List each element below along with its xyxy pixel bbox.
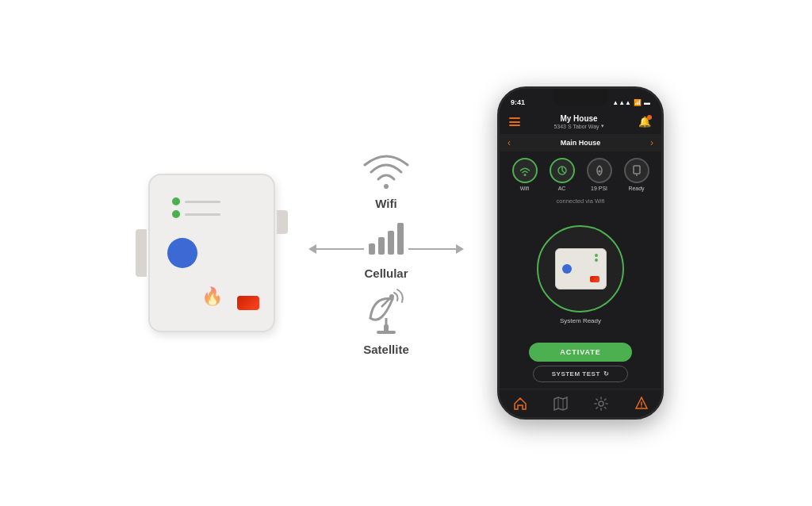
- led-dot-green-2: [172, 210, 180, 218]
- device-leds: [172, 197, 220, 218]
- svg-rect-13: [634, 166, 640, 174]
- notification-dot: [647, 115, 652, 120]
- satellite-icon: [362, 288, 410, 338]
- phone-led-dot-2: [595, 259, 598, 262]
- psi-status-label: 19 PSI: [591, 186, 607, 191]
- arrow-line-left: [316, 248, 364, 250]
- ac-status-label: AC: [558, 186, 566, 191]
- status-item-ac: AC: [550, 158, 575, 191]
- led-line-2: [185, 213, 220, 216]
- app-nav-row: ‹ Main House ›: [500, 134, 661, 151]
- connected-text: connected via Wifi: [500, 194, 661, 206]
- nav-title: Main House: [561, 139, 601, 147]
- status-time: 9:41: [511, 98, 525, 106]
- led-dot-green: [172, 197, 180, 205]
- main-scene: 🔥 Wifi: [0, 0, 812, 506]
- system-ready-text: System Ready: [560, 317, 601, 324]
- status-item-wifi: Wifi: [512, 158, 538, 191]
- phone-screen: 9:41 ▲▲▲ 📶 ▬ My House: [500, 89, 661, 417]
- wifi-label: Wifi: [375, 197, 396, 210]
- ham-line-1: [509, 117, 520, 119]
- svg-rect-2: [378, 237, 385, 255]
- hardware-device: 🔥: [148, 174, 275, 332]
- wifi-icon: [361, 151, 412, 192]
- led-1: [172, 197, 220, 205]
- flame-icon: 🔥: [201, 286, 223, 307]
- svg-rect-6: [377, 331, 396, 334]
- header-title: My House: [553, 114, 603, 123]
- header-address: 5343 S Tabor Way: [553, 124, 599, 129]
- refresh-icon: ↻: [603, 370, 610, 378]
- phone-device-btn: [562, 264, 572, 274]
- chevron-down-icon: ▾: [601, 123, 604, 129]
- satellite-label: Satellite: [363, 343, 409, 356]
- header-center: My House 5343 S Tabor Way ▾: [553, 114, 603, 129]
- hamburger-icon[interactable]: [509, 117, 520, 126]
- bottom-nav: [500, 389, 661, 417]
- svg-rect-4: [397, 223, 404, 255]
- arrow-left: [308, 244, 364, 254]
- wifi-status-circle: [512, 158, 538, 183]
- status-item-psi: 19 PSI: [587, 158, 612, 191]
- phone-device-leds: [595, 254, 598, 262]
- wifi-item: Wifi: [361, 151, 412, 210]
- svg-point-9: [389, 294, 394, 299]
- cellular-icon: [366, 218, 407, 262]
- back-chevron-icon[interactable]: ‹: [508, 137, 511, 148]
- led-2: [172, 210, 220, 218]
- nav-map[interactable]: [553, 397, 568, 411]
- svg-point-10: [523, 174, 526, 176]
- cellular-item: Cellular: [364, 218, 408, 280]
- system-test-button[interactable]: SYSTEM TEST ↻: [533, 366, 628, 382]
- led-line-1: [185, 201, 220, 203]
- ready-status-circle: [624, 158, 649, 183]
- phone-container: 9:41 ▲▲▲ 📶 ▬ My House: [497, 86, 664, 420]
- svg-point-12: [598, 171, 600, 173]
- arrow-right: [408, 244, 464, 254]
- nav-alerts[interactable]: [634, 397, 649, 411]
- status-icons: ▲▲▲ 📶 ▬: [612, 99, 650, 106]
- svg-point-18: [599, 401, 603, 406]
- arrow-line-right: [408, 248, 456, 250]
- wifi-status-label: Wifi: [520, 186, 530, 191]
- nav-home[interactable]: [513, 397, 527, 411]
- ready-status-label: Ready: [628, 186, 644, 191]
- arrow-head-left-icon: [308, 244, 316, 254]
- ham-line-3: [509, 125, 520, 126]
- cellular-row: Cellular: [291, 218, 481, 280]
- app-header: My House 5343 S Tabor Way ▾ 🔔: [500, 111, 661, 134]
- status-icons-row: Wifi AC: [500, 151, 661, 194]
- phone-device-area: System Ready: [500, 206, 661, 343]
- phone-device-circle: [537, 225, 624, 312]
- nav-settings[interactable]: [594, 397, 608, 411]
- svg-marker-15: [554, 397, 567, 410]
- svg-point-0: [384, 184, 389, 189]
- phone-device-minibox: [555, 248, 607, 289]
- svg-point-14: [636, 174, 638, 176]
- forward-chevron-icon[interactable]: ›: [650, 137, 653, 148]
- device-red-tag: [237, 296, 259, 310]
- phone-notch: [553, 89, 608, 106]
- phone: 9:41 ▲▲▲ 📶 ▬ My House: [497, 86, 664, 420]
- arrow-head-right-icon: [456, 244, 464, 254]
- svg-point-20: [641, 406, 642, 408]
- activate-button[interactable]: ACTIVATE: [529, 343, 632, 362]
- wifi-status-icon: 📶: [634, 99, 642, 106]
- status-item-ready: Ready: [624, 158, 649, 191]
- ham-line-2: [509, 121, 520, 123]
- cellular-label: Cellular: [364, 266, 408, 280]
- system-test-label: SYSTEM TEST: [552, 370, 600, 378]
- device-blue-button: [167, 238, 197, 268]
- satellite-item: Satellite: [362, 288, 410, 356]
- header-subtitle: 5343 S Tabor Way ▾: [553, 123, 603, 129]
- svg-rect-3: [388, 231, 394, 255]
- notification-bell[interactable]: 🔔: [638, 115, 652, 129]
- battery-icon: ▬: [644, 99, 650, 106]
- phone-device-tag: [590, 276, 599, 282]
- phone-led-dot-1: [595, 254, 598, 257]
- connectivity-section: Wifi Cellular: [291, 151, 481, 356]
- ac-status-circle: [550, 158, 575, 183]
- signal-icon: ▲▲▲: [612, 99, 631, 106]
- svg-rect-1: [369, 243, 375, 255]
- psi-status-circle: [587, 158, 612, 183]
